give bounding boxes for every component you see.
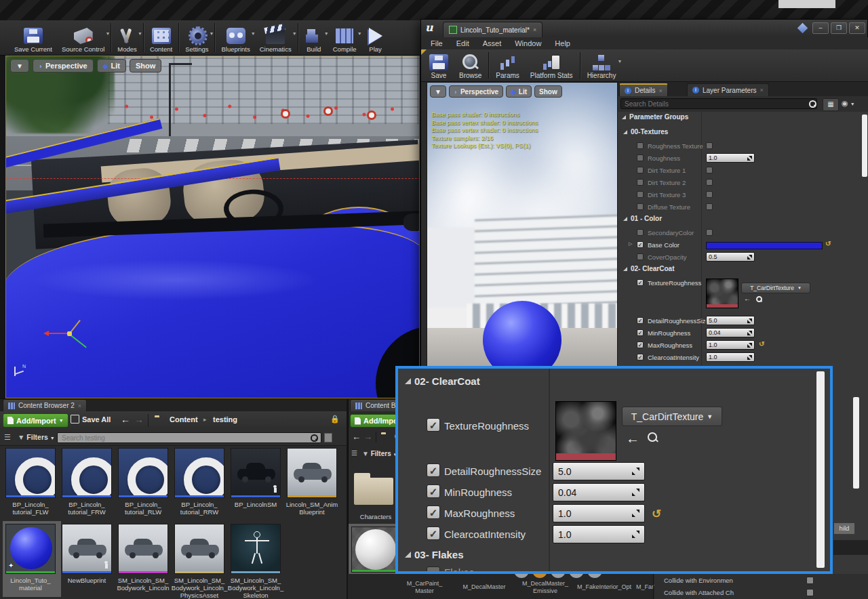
row-textureroughness-asset-dropdown[interactable]: T_CarDirtTexture▼ <box>741 283 810 293</box>
tab-layer-parameters[interactable]: i Layer Parameters × <box>687 83 769 96</box>
row-coveropacity-checkbox[interactable] <box>637 253 644 260</box>
toolbar-modes-button[interactable]: Modes▼ <box>113 20 142 55</box>
cb-search-input[interactable] <box>57 432 321 443</box>
close-button[interactable]: ✕ <box>849 22 865 34</box>
row-maxroughness-value[interactable]: 1.0 <box>706 340 755 350</box>
row-minroughness-checkbox[interactable]: ✓ <box>637 329 644 336</box>
row-maxroughness-checkbox[interactable]: ✓ <box>637 342 644 348</box>
popup-texture-asset-dropdown[interactable]: T_CarDirtTexture▼ <box>622 407 722 426</box>
reset-to-default-icon[interactable]: ↺ <box>825 240 831 247</box>
row-clearcoatintensity-checkbox[interactable]: ✓ <box>637 354 644 360</box>
popup-detailroughnesssize-value[interactable]: 5.0 <box>553 462 645 480</box>
sources-panel-icon[interactable]: ☰ <box>351 449 357 457</box>
preview-show-button[interactable]: Show <box>534 85 562 98</box>
sources-panel-icon[interactable]: ☰ <box>4 433 11 442</box>
lit-button[interactable]: ◆Lit <box>97 59 126 73</box>
tab-details[interactable]: i Details × <box>619 83 668 96</box>
menu-window[interactable]: Window <box>508 39 548 47</box>
forward-arrow-icon[interactable]: → <box>134 414 144 425</box>
preview-options-button[interactable]: ▼ <box>430 85 446 98</box>
row-dirt-texture-3-checkbox[interactable] <box>637 191 644 198</box>
parameter-groups-header[interactable]: Parameter Groups <box>622 113 868 121</box>
row-textureroughness-use-selected-icon[interactable]: ← <box>744 295 751 302</box>
menu-help[interactable]: Help <box>548 39 577 47</box>
asset-thumbnail-lincoln-sm-anim-blueprint[interactable] <box>287 448 337 498</box>
expander-icon[interactable]: ▷ <box>629 241 632 247</box>
content-browser-tab[interactable]: Content Browser 2 × <box>3 399 87 411</box>
transform-gizmo[interactable] <box>47 318 94 358</box>
toolbar-content-button[interactable]: Content <box>145 20 177 55</box>
asset-thumbnail-characters[interactable] <box>353 467 395 517</box>
editor-toolbar-browse-button[interactable]: Browse <box>454 49 487 81</box>
forward-arrow-icon[interactable]: → <box>363 432 372 442</box>
row-clearcoatintensity-value[interactable]: 1.0 <box>706 352 755 362</box>
row-secondarycolor-value-checkbox[interactable] <box>706 229 713 236</box>
toolbar-blueprints-button[interactable]: Blueprints▼ <box>216 20 254 55</box>
asset-thumbnail-bp-lincoln-tutorial-rrw[interactable] <box>174 448 224 498</box>
popup-textureroughness-checkbox[interactable]: ✓ <box>427 418 440 432</box>
view-options-eye-button[interactable]: ◉ ▼ <box>842 99 855 108</box>
asset-thumbnail-bp-lincolnsm[interactable] <box>231 448 281 498</box>
row-roughness-value[interactable]: 1.0 <box>706 153 755 163</box>
editor-toolbar-save-button[interactable]: Save <box>424 49 454 81</box>
asset-thumbnail-sm-lincoln-sm-bodywork-lincoln-physicsasset[interactable] <box>174 524 224 574</box>
display-grid-button[interactable]: ▦ <box>823 98 839 111</box>
group-header-01-color[interactable]: 01 - Color <box>623 215 868 222</box>
row-diffuse-texture-value-checkbox[interactable] <box>706 203 713 210</box>
row-detailroughnesssize-value[interactable]: 5.0 <box>706 316 755 325</box>
row-diffuse-texture-checkbox[interactable] <box>637 203 644 210</box>
level-viewport[interactable]: N ▼ ◗Perspective ◆Lit Show <box>5 56 420 398</box>
toolbar-cinematics-button[interactable]: Cinematics▼ <box>255 20 296 55</box>
toolbar-compile-button[interactable]: Compile▼ <box>328 20 361 55</box>
details-scrollbar-lower[interactable] <box>853 397 859 489</box>
asset-thumbnail-bp-lincoln-tutorial-flw[interactable] <box>5 448 56 498</box>
show-button[interactable]: Show <box>130 59 161 73</box>
row-textureroughness-browse-icon[interactable] <box>756 296 762 302</box>
maximize-button[interactable]: ❐ <box>831 22 847 34</box>
collision-row-checkbox[interactable] <box>806 589 814 596</box>
row-secondarycolor-checkbox[interactable] <box>637 229 644 236</box>
toolbar-save-current-button[interactable]: Save Current <box>9 20 57 55</box>
asset-thumbnail-lincoln-tuto-material[interactable]: ✦ <box>5 524 56 574</box>
popup-maxroughness-value[interactable]: 1.0 <box>553 504 645 522</box>
asset-thumbnail-sm-lincoln-sm-bodywork-lincoln-skeleton[interactable] <box>231 524 281 574</box>
filters-button-2[interactable]: ▼ Filters ▼ <box>362 450 397 457</box>
group-header-02-clearcoat[interactable]: 02- ClearCoat <box>623 265 868 272</box>
popup-flakes-checkbox[interactable] <box>427 566 440 574</box>
popup-clearcoatintensity-checkbox[interactable]: ✓ <box>427 526 440 540</box>
save-search-icon[interactable] <box>324 433 332 442</box>
details-scrollbar[interactable] <box>862 115 867 177</box>
editor-toolbar-params-button[interactable]: Params <box>490 49 524 81</box>
back-arrow-icon[interactable]: ← <box>352 432 361 442</box>
row-roughness-texture-checkbox[interactable] <box>637 142 644 149</box>
editor-titlebar[interactable]: u Lincoln_Tuto_material* × –❐✕ <box>421 20 867 38</box>
popup-flakes-header[interactable]: 03- Flakes <box>405 549 833 560</box>
popup-browse-icon[interactable] <box>648 432 658 443</box>
popup-clearcoatintensity-value[interactable]: 1.0 <box>553 525 645 543</box>
toolbar-play-button[interactable]: Play <box>361 20 390 55</box>
editor-toolbar-platform-stats-button[interactable]: Platform Stats <box>525 49 578 81</box>
preview-perspective-button[interactable]: ◗Perspective <box>449 85 503 98</box>
popup-use-selected-icon[interactable]: ← <box>626 431 639 447</box>
row-detailroughnesssize-checkbox[interactable]: ✓ <box>637 317 644 324</box>
popup-texture-thumbnail[interactable] <box>555 401 616 461</box>
row-base-color-swatch[interactable] <box>706 242 823 249</box>
menu-edit[interactable]: Edit <box>450 39 476 47</box>
dock-diamond-icon[interactable] <box>797 23 808 34</box>
asset-thumbnail-newblueprint[interactable] <box>62 524 112 574</box>
perspective-button[interactable]: ◗Perspective <box>33 59 94 73</box>
reset-to-default-icon[interactable]: ↺ <box>759 340 764 348</box>
row-dirt-texture-3-value-checkbox[interactable] <box>706 191 713 198</box>
row-roughness-texture-value-checkbox[interactable] <box>706 142 713 149</box>
popup-splitter[interactable] <box>549 369 550 571</box>
menu-file[interactable]: File <box>424 39 450 47</box>
asset-thumbnail-sm-lincoln-sm-bodywork-lincoln[interactable] <box>118 524 168 574</box>
filters-button[interactable]: ▼ Filters ▼ <box>18 433 55 441</box>
reset-to-default-icon[interactable]: ↺ <box>652 507 661 521</box>
collision-row-checkbox[interactable] <box>806 577 814 584</box>
close-icon[interactable]: × <box>760 87 763 94</box>
editor-tab[interactable]: Lincoln_Tuto_material* × <box>443 22 542 37</box>
breadcrumb-content[interactable]: Content <box>170 415 198 424</box>
popup-detailroughnesssize-checkbox[interactable]: ✓ <box>427 463 440 477</box>
menu-asset[interactable]: Asset <box>476 39 509 47</box>
